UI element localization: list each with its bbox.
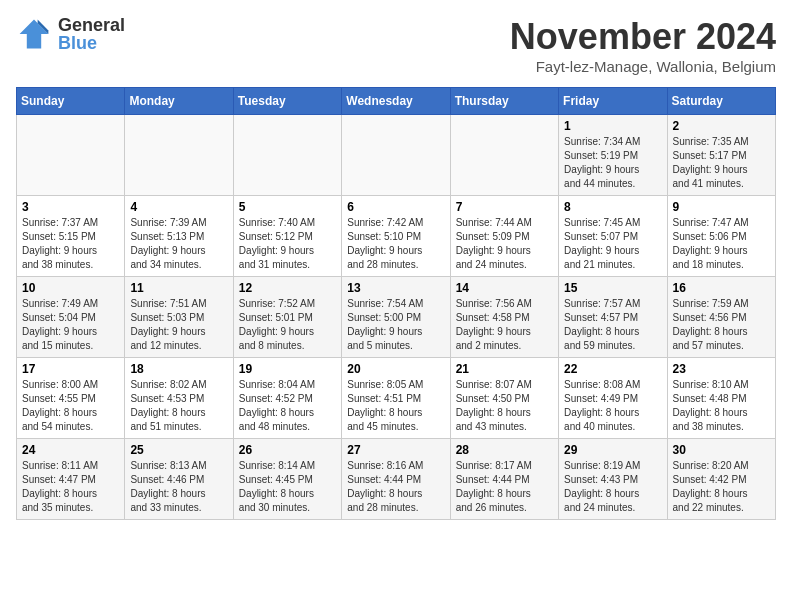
calendar-cell: 17Sunrise: 8:00 AMSunset: 4:55 PMDayligh… [17, 358, 125, 439]
day-info: Sunrise: 7:54 AMSunset: 5:00 PMDaylight:… [347, 297, 444, 353]
calendar-cell: 16Sunrise: 7:59 AMSunset: 4:56 PMDayligh… [667, 277, 775, 358]
week-row-1: 1Sunrise: 7:34 AMSunset: 5:19 PMDaylight… [17, 115, 776, 196]
day-info: Sunrise: 7:56 AMSunset: 4:58 PMDaylight:… [456, 297, 553, 353]
day-number: 22 [564, 362, 661, 376]
day-info: Sunrise: 7:44 AMSunset: 5:09 PMDaylight:… [456, 216, 553, 272]
calendar-cell [233, 115, 341, 196]
day-info: Sunrise: 8:02 AMSunset: 4:53 PMDaylight:… [130, 378, 227, 434]
day-info: Sunrise: 8:20 AMSunset: 4:42 PMDaylight:… [673, 459, 770, 515]
day-info: Sunrise: 7:35 AMSunset: 5:17 PMDaylight:… [673, 135, 770, 191]
day-number: 9 [673, 200, 770, 214]
week-row-5: 24Sunrise: 8:11 AMSunset: 4:47 PMDayligh… [17, 439, 776, 520]
calendar-cell: 4Sunrise: 7:39 AMSunset: 5:13 PMDaylight… [125, 196, 233, 277]
month-title: November 2024 [510, 16, 776, 58]
day-number: 18 [130, 362, 227, 376]
day-number: 7 [456, 200, 553, 214]
calendar-cell: 25Sunrise: 8:13 AMSunset: 4:46 PMDayligh… [125, 439, 233, 520]
calendar-cell: 9Sunrise: 7:47 AMSunset: 5:06 PMDaylight… [667, 196, 775, 277]
day-info: Sunrise: 7:45 AMSunset: 5:07 PMDaylight:… [564, 216, 661, 272]
logo-general-text: General [58, 16, 125, 34]
calendar-cell: 19Sunrise: 8:04 AMSunset: 4:52 PMDayligh… [233, 358, 341, 439]
day-number: 1 [564, 119, 661, 133]
logo-icon [16, 16, 52, 52]
logo: General Blue [16, 16, 125, 52]
calendar-cell: 29Sunrise: 8:19 AMSunset: 4:43 PMDayligh… [559, 439, 667, 520]
day-number: 6 [347, 200, 444, 214]
day-info: Sunrise: 8:00 AMSunset: 4:55 PMDaylight:… [22, 378, 119, 434]
day-number: 26 [239, 443, 336, 457]
calendar-cell: 14Sunrise: 7:56 AMSunset: 4:58 PMDayligh… [450, 277, 558, 358]
day-info: Sunrise: 7:39 AMSunset: 5:13 PMDaylight:… [130, 216, 227, 272]
calendar-cell: 2Sunrise: 7:35 AMSunset: 5:17 PMDaylight… [667, 115, 775, 196]
day-number: 3 [22, 200, 119, 214]
day-info: Sunrise: 8:04 AMSunset: 4:52 PMDaylight:… [239, 378, 336, 434]
calendar-cell: 6Sunrise: 7:42 AMSunset: 5:10 PMDaylight… [342, 196, 450, 277]
calendar-table: SundayMondayTuesdayWednesdayThursdayFrid… [16, 87, 776, 520]
calendar-cell [342, 115, 450, 196]
day-number: 10 [22, 281, 119, 295]
weekday-header-monday: Monday [125, 88, 233, 115]
day-info: Sunrise: 7:52 AMSunset: 5:01 PMDaylight:… [239, 297, 336, 353]
day-info: Sunrise: 7:37 AMSunset: 5:15 PMDaylight:… [22, 216, 119, 272]
week-row-4: 17Sunrise: 8:00 AMSunset: 4:55 PMDayligh… [17, 358, 776, 439]
title-area: November 2024 Fayt-lez-Manage, Wallonia,… [510, 16, 776, 75]
calendar-cell: 26Sunrise: 8:14 AMSunset: 4:45 PMDayligh… [233, 439, 341, 520]
day-number: 29 [564, 443, 661, 457]
day-number: 5 [239, 200, 336, 214]
day-number: 17 [22, 362, 119, 376]
day-info: Sunrise: 7:34 AMSunset: 5:19 PMDaylight:… [564, 135, 661, 191]
day-info: Sunrise: 8:16 AMSunset: 4:44 PMDaylight:… [347, 459, 444, 515]
calendar-cell: 23Sunrise: 8:10 AMSunset: 4:48 PMDayligh… [667, 358, 775, 439]
calendar-cell: 15Sunrise: 7:57 AMSunset: 4:57 PMDayligh… [559, 277, 667, 358]
day-number: 27 [347, 443, 444, 457]
day-number: 20 [347, 362, 444, 376]
day-info: Sunrise: 8:17 AMSunset: 4:44 PMDaylight:… [456, 459, 553, 515]
day-info: Sunrise: 7:51 AMSunset: 5:03 PMDaylight:… [130, 297, 227, 353]
day-number: 15 [564, 281, 661, 295]
day-number: 13 [347, 281, 444, 295]
day-number: 8 [564, 200, 661, 214]
calendar-cell: 24Sunrise: 8:11 AMSunset: 4:47 PMDayligh… [17, 439, 125, 520]
day-number: 19 [239, 362, 336, 376]
calendar-cell: 11Sunrise: 7:51 AMSunset: 5:03 PMDayligh… [125, 277, 233, 358]
calendar-cell: 8Sunrise: 7:45 AMSunset: 5:07 PMDaylight… [559, 196, 667, 277]
weekday-header-row: SundayMondayTuesdayWednesdayThursdayFrid… [17, 88, 776, 115]
day-number: 21 [456, 362, 553, 376]
day-info: Sunrise: 7:49 AMSunset: 5:04 PMDaylight:… [22, 297, 119, 353]
day-number: 24 [22, 443, 119, 457]
day-info: Sunrise: 8:10 AMSunset: 4:48 PMDaylight:… [673, 378, 770, 434]
calendar-cell: 22Sunrise: 8:08 AMSunset: 4:49 PMDayligh… [559, 358, 667, 439]
day-number: 12 [239, 281, 336, 295]
calendar-cell: 1Sunrise: 7:34 AMSunset: 5:19 PMDaylight… [559, 115, 667, 196]
day-number: 23 [673, 362, 770, 376]
week-row-3: 10Sunrise: 7:49 AMSunset: 5:04 PMDayligh… [17, 277, 776, 358]
calendar-cell: 20Sunrise: 8:05 AMSunset: 4:51 PMDayligh… [342, 358, 450, 439]
day-info: Sunrise: 8:08 AMSunset: 4:49 PMDaylight:… [564, 378, 661, 434]
day-info: Sunrise: 7:59 AMSunset: 4:56 PMDaylight:… [673, 297, 770, 353]
calendar-cell: 21Sunrise: 8:07 AMSunset: 4:50 PMDayligh… [450, 358, 558, 439]
calendar-cell: 12Sunrise: 7:52 AMSunset: 5:01 PMDayligh… [233, 277, 341, 358]
calendar-cell: 5Sunrise: 7:40 AMSunset: 5:12 PMDaylight… [233, 196, 341, 277]
day-info: Sunrise: 7:47 AMSunset: 5:06 PMDaylight:… [673, 216, 770, 272]
day-info: Sunrise: 8:14 AMSunset: 4:45 PMDaylight:… [239, 459, 336, 515]
day-info: Sunrise: 8:13 AMSunset: 4:46 PMDaylight:… [130, 459, 227, 515]
day-number: 16 [673, 281, 770, 295]
calendar-cell: 13Sunrise: 7:54 AMSunset: 5:00 PMDayligh… [342, 277, 450, 358]
day-number: 28 [456, 443, 553, 457]
day-info: Sunrise: 8:05 AMSunset: 4:51 PMDaylight:… [347, 378, 444, 434]
day-number: 4 [130, 200, 227, 214]
weekday-header-thursday: Thursday [450, 88, 558, 115]
week-row-2: 3Sunrise: 7:37 AMSunset: 5:15 PMDaylight… [17, 196, 776, 277]
day-info: Sunrise: 7:40 AMSunset: 5:12 PMDaylight:… [239, 216, 336, 272]
day-number: 2 [673, 119, 770, 133]
day-info: Sunrise: 8:11 AMSunset: 4:47 PMDaylight:… [22, 459, 119, 515]
weekday-header-saturday: Saturday [667, 88, 775, 115]
weekday-header-friday: Friday [559, 88, 667, 115]
day-info: Sunrise: 8:19 AMSunset: 4:43 PMDaylight:… [564, 459, 661, 515]
day-number: 11 [130, 281, 227, 295]
calendar-cell [450, 115, 558, 196]
day-number: 25 [130, 443, 227, 457]
logo-text: General Blue [58, 16, 125, 52]
day-number: 14 [456, 281, 553, 295]
weekday-header-wednesday: Wednesday [342, 88, 450, 115]
